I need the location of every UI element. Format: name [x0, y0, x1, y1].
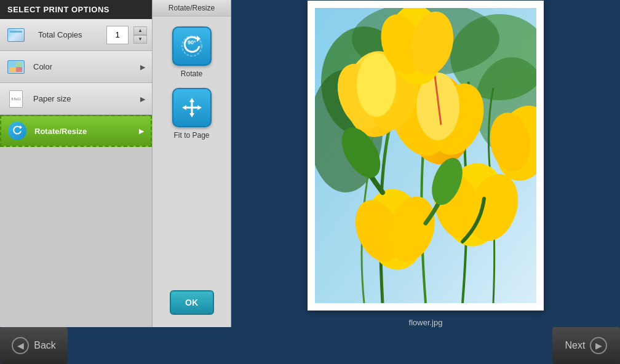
ok-button[interactable]: OK: [170, 290, 214, 315]
copies-icon: [5, 24, 27, 46]
back-arrow-icon: ◀: [12, 337, 29, 354]
paper-size-label: Paper size: [33, 94, 138, 103]
filename: flower.jpg: [409, 318, 443, 327]
copies-increment[interactable]: ▲: [133, 26, 147, 35]
next-button[interactable]: Next ▶: [552, 327, 620, 364]
next-label: Next: [565, 340, 586, 351]
paper-thumb: 8.5x11: [9, 90, 23, 108]
image-preview: [315, 8, 536, 303]
svg-marker-13: [197, 105, 202, 110]
svg-rect-2: [10, 67, 16, 72]
rotate-label: Rotate: [181, 69, 202, 78]
svg-rect-0: [10, 62, 16, 67]
svg-text:90°: 90°: [188, 39, 196, 46]
copies-spinners: ▲ ▼: [133, 26, 147, 44]
sidebar: SELECT PRINT OPTIONS Total Copies ▲ ▼: [0, 0, 153, 327]
copies-input[interactable]: [106, 26, 129, 44]
image-frame: [308, 1, 544, 311]
preview-area: flower.jpg: [231, 0, 620, 327]
color-arrow: ►: [138, 62, 147, 72]
fit-to-page-option[interactable]: Fit to Page: [172, 88, 212, 140]
sidebar-item-total-copies[interactable]: Total Copies ▲ ▼: [0, 19, 152, 51]
copies-decrement[interactable]: ▼: [133, 35, 147, 44]
fit-to-page-label: Fit to Page: [173, 131, 209, 140]
next-arrow-icon: ▶: [590, 337, 607, 354]
svg-rect-1: [16, 62, 22, 67]
copies-label: Total Copies: [38, 30, 101, 39]
sub-panel: Rotate/Resize 90° Rotate: [153, 0, 231, 327]
color-icon: [5, 56, 27, 78]
rotate-resize-label: Rotate/Resize: [34, 127, 137, 136]
sidebar-title: SELECT PRINT OPTIONS: [0, 0, 152, 19]
svg-rect-3: [16, 67, 22, 72]
rotate-resize-icon: [6, 120, 28, 142]
rotate-option-icon: 90°: [172, 26, 212, 66]
svg-marker-4: [20, 125, 22, 129]
svg-marker-12: [182, 105, 186, 110]
paper-size-icon: 8.5x11: [5, 88, 27, 110]
sidebar-item-rotate-resize[interactable]: Rotate/Resize ►: [0, 115, 152, 147]
svg-marker-11: [189, 113, 194, 117]
sidebar-item-color[interactable]: Color ►: [0, 51, 152, 83]
sub-panel-content: 90° Rotate Fit to Page: [167, 17, 217, 290]
sidebar-item-paper-size[interactable]: 8.5x11 Paper size ►: [0, 83, 152, 115]
bottom-bar: ◀ Back Next ▶: [0, 327, 620, 364]
back-button[interactable]: ◀ Back: [0, 327, 68, 364]
back-label: Back: [34, 340, 56, 351]
sub-panel-title: Rotate/Resize: [153, 0, 231, 17]
rotate-option[interactable]: 90° Rotate: [172, 26, 212, 78]
paper-size-arrow: ►: [138, 94, 147, 104]
fit-to-page-icon: [172, 88, 212, 127]
svg-marker-10: [189, 98, 194, 102]
rotate-resize-arrow: ►: [137, 126, 146, 136]
color-label: Color: [33, 62, 138, 71]
